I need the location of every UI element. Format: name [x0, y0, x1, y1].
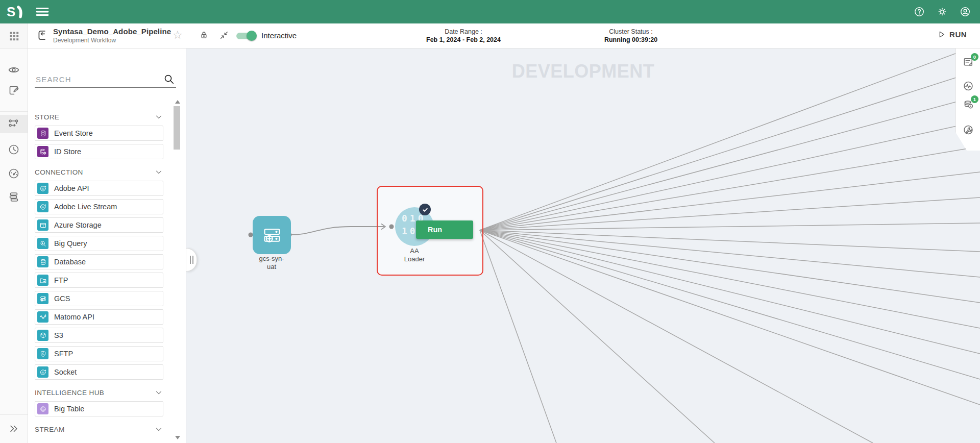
- palette-item-adobe-api[interactable]: Adobe API: [35, 181, 163, 196]
- chevron-down-icon: [154, 167, 163, 177]
- help-icon[interactable]: [914, 6, 925, 17]
- storage-server-icon: [261, 225, 283, 246]
- sftp-icon: [37, 348, 48, 359]
- layers-icon[interactable]: [8, 191, 20, 203]
- workflow-canvas[interactable]: DEVELOPMENT: [186, 48, 980, 443]
- svg-text:S: S: [7, 4, 15, 19]
- adobe-api-icon: [37, 183, 48, 194]
- palette-item-sftp[interactable]: SFTP: [35, 346, 163, 361]
- run-button[interactable]: RUN: [937, 30, 967, 39]
- activity-icon[interactable]: [962, 80, 974, 92]
- palette-item-socket[interactable]: Socket: [35, 364, 163, 380]
- apps-grid-icon[interactable]: [9, 31, 19, 41]
- chevron-down-icon: [154, 425, 163, 434]
- section-header-store[interactable]: STORE: [35, 112, 163, 121]
- palette-item-s3[interactable]: S3: [35, 328, 163, 343]
- palette-item-label: Socket: [54, 368, 77, 376]
- workflow-title: Syntasa_Demo_Adobe_Pipeline: [53, 27, 171, 36]
- date-range-value: Feb 1, 2024 - Feb 2, 2024: [419, 36, 508, 43]
- palette-item-label: GCS: [54, 294, 70, 303]
- compress-icon[interactable]: [219, 30, 229, 40]
- interactive-label: Interactive: [261, 31, 297, 40]
- favorite-star-icon[interactable]: ☆: [173, 29, 183, 42]
- scrollbar-down-arrow[interactable]: [175, 436, 180, 439]
- section-label: INTELLIGENCE HUB: [35, 389, 104, 397]
- palette-item-label: Event Store: [54, 129, 93, 137]
- palette-item-matomo-api[interactable]: Matomo API: [35, 309, 163, 325]
- palette-item-label: Big Query: [54, 239, 87, 248]
- gauge-icon[interactable]: [8, 167, 20, 180]
- cluster-status-block: Cluster Status : Running 00:39:20: [586, 28, 676, 43]
- history-icon[interactable]: [8, 143, 20, 156]
- eye-icon[interactable]: [8, 64, 20, 76]
- chevrons-right-icon[interactable]: [8, 423, 19, 434]
- gcs-icon: [37, 293, 48, 304]
- node-gcs-syn-uat[interactable]: [253, 216, 291, 254]
- palette-item-big-query[interactable]: Big Query: [35, 236, 163, 251]
- right-icon-rail: 0 1: [955, 48, 980, 151]
- palette-item-id-store[interactable]: ID Store: [35, 144, 163, 159]
- matomo-api-icon: [37, 311, 48, 323]
- ftp-icon: [37, 275, 48, 286]
- section-header-intelligence-hub[interactable]: INTELLIGENCE HUB: [35, 388, 163, 397]
- search-input[interactable]: [35, 74, 176, 88]
- socket-icon: [37, 366, 48, 378]
- section-label: STREAM: [35, 426, 65, 433]
- top-app-bar: S: [0, 0, 980, 23]
- node-texture: 10: [402, 226, 418, 236]
- run-button-label: RUN: [949, 30, 967, 39]
- run-play-icon: [937, 30, 946, 39]
- date-range-label: Date Range :: [419, 28, 508, 35]
- notes-badge: 0: [971, 53, 978, 61]
- palette-item-label: SFTP: [54, 350, 73, 358]
- palette-item-label: ID Store: [54, 147, 81, 156]
- section-label: STORE: [35, 113, 59, 121]
- azure-storage-icon: [37, 219, 48, 231]
- database-icon: [37, 256, 48, 267]
- node-run-button[interactable]: Run: [416, 220, 473, 239]
- date-range-block[interactable]: Date Range : Feb 1, 2024 - Feb 2, 2024: [419, 28, 508, 43]
- rail-divider: [0, 414, 28, 415]
- scrollbar-up-arrow[interactable]: [175, 100, 180, 104]
- search-icon[interactable]: [163, 73, 175, 85]
- palette-item-big-table[interactable]: Big Table: [35, 401, 163, 416]
- data-run-badge: 1: [971, 95, 978, 103]
- edit-icon[interactable]: [8, 84, 20, 96]
- cluster-status-label: Cluster Status :: [586, 28, 676, 35]
- section-header-stream[interactable]: STREAM: [35, 425, 163, 434]
- pipeline-icon[interactable]: [8, 117, 20, 130]
- workflow-subtitle: Development Workflow: [53, 37, 171, 44]
- palette-item-label: Adobe Live Stream: [54, 203, 117, 211]
- maintenance-icon[interactable]: [962, 124, 974, 136]
- menu-icon[interactable]: [36, 6, 49, 17]
- chevron-down-icon: [154, 388, 163, 397]
- palette-item-event-store[interactable]: Event Store: [35, 126, 163, 141]
- section-header-connection[interactable]: CONNECTION: [35, 167, 163, 177]
- settings-icon[interactable]: [937, 6, 948, 17]
- palette-item-database[interactable]: Database: [35, 254, 163, 269]
- interactive-toggle[interactable]: [236, 33, 256, 39]
- node-label-aa-loader: AA Loader: [379, 247, 450, 263]
- account-icon[interactable]: [960, 6, 971, 17]
- big-table-icon: [37, 403, 48, 414]
- palette-item-azure-storage[interactable]: Azure Storage: [35, 217, 163, 233]
- palette-sections: STOREEvent StoreID StoreCONNECTIONAdobe …: [28, 97, 186, 443]
- toggle-knob: [247, 31, 257, 41]
- palette-item-gcs[interactable]: GCS: [35, 291, 163, 306]
- cluster-status-value: Running 00:39:20: [586, 36, 676, 43]
- exit-workflow-icon[interactable]: [36, 29, 50, 42]
- palette-item-label: S3: [54, 331, 63, 339]
- node-label-gcs: gcs-syn- uat: [236, 255, 307, 270]
- palette-item-adobe-live-stream[interactable]: Adobe Live Stream: [35, 199, 163, 214]
- palette-item-label: Big Table: [54, 405, 84, 413]
- syntasa-logo: S: [6, 4, 23, 20]
- workflow-toolbar: Syntasa_Demo_Adobe_Pipeline Development …: [0, 23, 980, 48]
- palette-item-ftp[interactable]: FTP: [35, 273, 163, 288]
- scrollbar-thumb[interactable]: [174, 106, 180, 150]
- lock-icon[interactable]: [199, 30, 209, 40]
- palette-panel: STOREEvent StoreID StoreCONNECTIONAdobe …: [28, 48, 186, 443]
- check-icon: [419, 204, 431, 215]
- event-store-icon: [37, 128, 48, 139]
- id-store-icon: [37, 146, 48, 157]
- section-label: CONNECTION: [35, 168, 83, 176]
